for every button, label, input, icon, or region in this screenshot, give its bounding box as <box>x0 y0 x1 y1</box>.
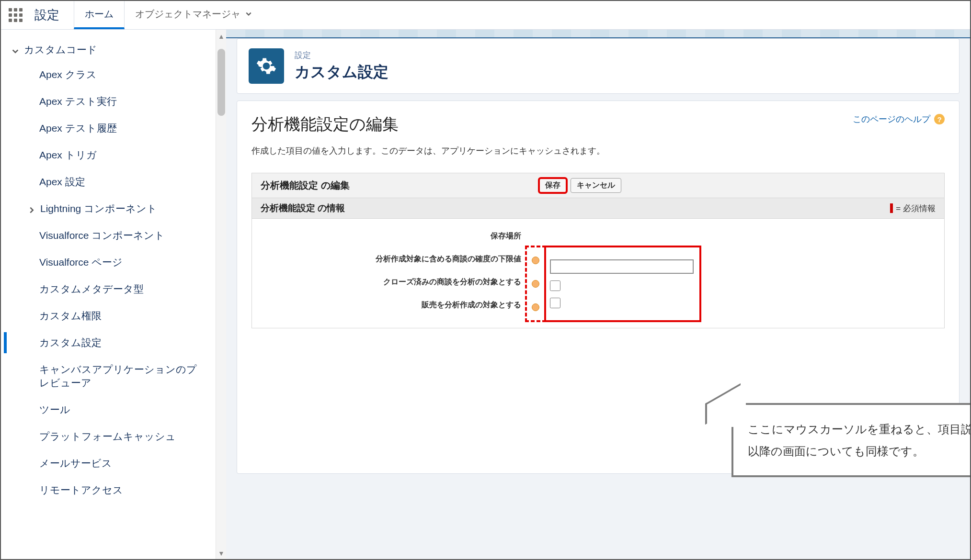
field-label-include-sales: 販売を分析作成の対象とする <box>261 300 524 310</box>
setup-sidebar: カスタムコード Apex クラス Apex テスト実行 Apex テスト履歴 A… <box>1 30 226 559</box>
global-header: 設定 ホーム オブジェクトマネージャ <box>1 1 970 30</box>
location-label: 保存場所 <box>261 231 524 241</box>
page-header-card: 設定 カスタム設定 <box>237 38 960 94</box>
tab-label: オブジェクトマネージャ <box>135 8 240 21</box>
required-legend-label: = 必須情報 <box>896 203 936 214</box>
sidebar-item-apex-triggers[interactable]: Apex トリガ <box>4 142 226 168</box>
annotation-callout: ここにマウスカーソルを重ねると、項目説明が表示されます。 以降の画面についても同… <box>731 403 971 477</box>
app-title: 設定 <box>30 1 74 29</box>
sidebar-item-remote-access[interactable]: リモートアクセス <box>4 477 226 504</box>
field-label-opp-prob-min: 分析作成対象に含める商談の確度の下限値 <box>261 254 524 264</box>
sidebar-item-custom-permissions[interactable]: カスタム権限 <box>4 302 226 329</box>
field-help-icon[interactable] <box>532 303 539 311</box>
callout-line1: ここにマウスカーソルを重ねると、項目説明が表示されます。 <box>748 418 971 440</box>
scroll-up-icon[interactable]: ▲ <box>218 33 225 39</box>
page-block-subheader: 分析機能設定 の情報 = 必須情報 <box>252 198 944 219</box>
breadcrumb: 設定 <box>295 50 388 61</box>
required-legend: = 必須情報 <box>890 203 936 214</box>
page-block: 分析機能設定 の編集 保存 キャンセル 分析機能設定 の情報 = 必須情報 <box>251 173 945 328</box>
callout-line2: 以降の画面についても同様です。 <box>748 440 971 462</box>
sidebar-item-vf-pages[interactable]: Visualforce ページ <box>4 249 226 276</box>
tab-label: ホーム <box>85 8 114 21</box>
include-sales-checkbox[interactable] <box>550 298 560 308</box>
sidebar-item-vf-components[interactable]: Visualforce コンポーネント <box>4 222 226 249</box>
sidebar-item-apex-classes[interactable]: Apex クラス <box>4 61 226 88</box>
gear-icon <box>249 48 284 84</box>
field-label-include-closed: クローズ済みの商談を分析の対象とする <box>261 277 524 287</box>
sidebar-item-apex-settings[interactable]: Apex 設定 <box>4 168 226 195</box>
decorative-strip <box>226 30 970 38</box>
sidebar-item-label: Lightning コンポーネント <box>40 202 157 215</box>
field-help-icon[interactable] <box>532 280 539 288</box>
sidebar-parent-custom-code[interactable]: カスタムコード <box>4 38 226 61</box>
chevron-down-icon <box>11 46 19 54</box>
required-pipe-icon <box>890 203 893 213</box>
sidebar-item-apex-test-exec[interactable]: Apex テスト実行 <box>4 88 226 115</box>
page-block-sub-title: 分析機能設定 の情報 <box>261 202 345 214</box>
sidebar-item-apex-test-history[interactable]: Apex テスト履歴 <box>4 115 226 142</box>
page-block-header: 分析機能設定 の編集 保存 キャンセル <box>252 173 944 198</box>
field-help-icon[interactable] <box>532 257 539 264</box>
main-content: 設定 カスタム設定 分析機能設定の編集 このページのヘルプ ? 作成した項目の値… <box>226 30 970 559</box>
include-closed-checkbox[interactable] <box>550 280 560 291</box>
scroll-thumb[interactable] <box>217 49 225 116</box>
sidebar-item-platform-cache[interactable]: プラットフォームキャッシュ <box>4 423 226 450</box>
sidebar-item-canvas-preview[interactable]: キャンバスアプリケーションのプレビューア <box>4 356 226 396</box>
page-block-title: 分析機能設定 の編集 <box>261 179 350 192</box>
sidebar-parent-label: カスタムコード <box>24 43 97 56</box>
panel-heading: 分析機能設定の編集 <box>251 113 399 135</box>
save-button[interactable]: 保存 <box>539 178 567 193</box>
app-launcher-icon[interactable] <box>1 1 30 29</box>
sidebar-item-lightning-components[interactable]: Lightning コンポーネント <box>4 195 226 222</box>
help-icon: ? <box>934 114 945 124</box>
sidebar-item-tools[interactable]: ツール <box>4 396 226 423</box>
sidebar-scrollbar[interactable]: ▲ ▼ <box>216 30 226 559</box>
page-help-link[interactable]: このページのヘルプ ? <box>853 113 945 125</box>
chevron-right-icon <box>28 205 35 213</box>
chevron-down-icon <box>245 9 252 20</box>
sidebar-item-email-services[interactable]: メールサービス <box>4 450 226 477</box>
panel-description: 作成した項目の値を入力します。このデータは、アプリケーションにキャッシュされます… <box>251 145 945 157</box>
sidebar-item-custom-metadata[interactable]: カスタムメタデータ型 <box>4 276 226 302</box>
tab-object-manager[interactable]: オブジェクトマネージャ <box>125 1 263 29</box>
cancel-button[interactable]: キャンセル <box>571 178 621 193</box>
sidebar-item-custom-settings[interactable]: カスタム設定 <box>4 329 226 356</box>
tab-home[interactable]: ホーム <box>74 1 125 29</box>
opp-prob-min-input[interactable] <box>550 259 694 274</box>
help-link-label: このページのヘルプ <box>853 113 930 125</box>
scroll-down-icon[interactable]: ▼ <box>218 549 225 556</box>
callout-mask <box>731 403 746 427</box>
page-title: カスタム設定 <box>295 62 388 83</box>
